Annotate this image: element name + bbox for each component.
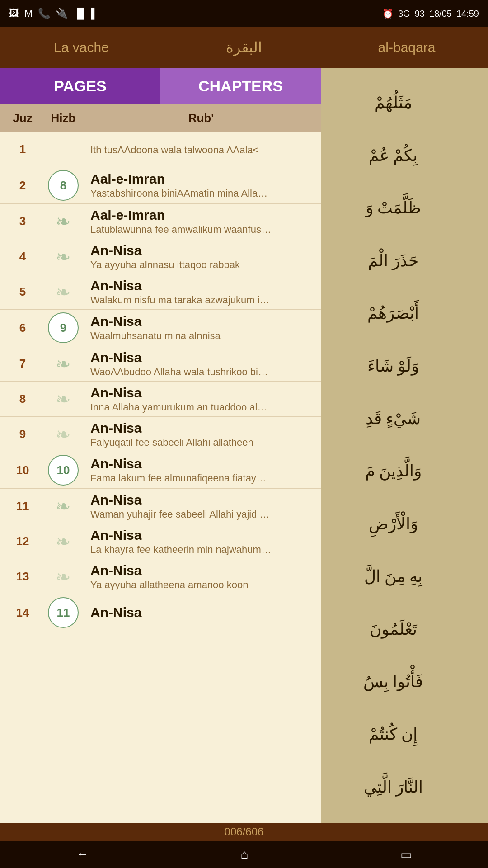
item-juz: 13: [5, 570, 41, 584]
item-juz: 2: [5, 179, 41, 193]
item-juz: 6: [5, 321, 41, 335]
item-icon: 11: [41, 597, 86, 628]
back-button[interactable]: ←: [76, 847, 89, 862]
item-verse: Ya ayyuha allatheena amanoo koon: [90, 579, 271, 591]
arabic-line: وَالَّذِينَ مَ: [365, 458, 422, 485]
item-juz: 12: [5, 534, 41, 548]
gmail-icon: M: [24, 8, 33, 19]
list-item[interactable]: 9 ❧ An-Nisa Falyuqatil fee sabeeli Allah…: [0, 417, 321, 452]
item-verse: Waman yuhajir fee sabeeli Allahi yajid f…: [90, 509, 271, 520]
list-item[interactable]: 8 ❧ An-Nisa Inna Allaha yamurukum an tua…: [0, 382, 321, 417]
list-item[interactable]: 3 ❧ Aal-e-Imran Latublawunna fee amwalik…: [0, 204, 321, 239]
barcode-icon: ▐▌▐: [73, 8, 94, 19]
list-item[interactable]: 7 ❧ An-Nisa WaoAAbudoo Allaha wala tushr…: [0, 346, 321, 382]
arabic-background: مَثَلُهُمْ بِكُمْ عُمْ ظَلَّمَتْ وَ حَذَ…: [298, 68, 488, 823]
item-name: An-Nisa: [90, 314, 316, 329]
item-icon: 10: [41, 455, 86, 486]
chapters-list: 1 Ith tusAAdoona wala talwoona AAala< 2 …: [0, 132, 321, 823]
list-item[interactable]: 2 8 Aal-e-Imran Yastabshiroona biniAAmat…: [0, 167, 321, 204]
usb-icon: 🔌: [56, 8, 68, 19]
item-verse: Inna Allaha yamurukum an tuaddoo alamana: [90, 401, 271, 413]
item-juz: 1: [5, 142, 41, 156]
list-item[interactable]: 6 9 An-Nisa Waalmuhsanatu mina alnnisa: [0, 310, 321, 346]
phone-icon: 📞: [38, 8, 50, 19]
hizb-circle-8: 8: [48, 170, 79, 201]
leaf-icon: ❧: [50, 208, 77, 235]
item-content: An-Nisa Walakum nisfu ma taraka azwajuku…: [86, 278, 316, 306]
list-item[interactable]: 1 Ith tusAAdoona wala talwoona AAala<: [0, 132, 321, 167]
list-item[interactable]: 5 ❧ An-Nisa Walakum nisfu ma taraka azwa…: [0, 274, 321, 310]
item-content: An-Nisa Waalmuhsanatu mina alnnisa: [86, 314, 316, 342]
item-icon: ❧: [41, 528, 86, 555]
col-header-hizb: Hizb: [41, 111, 86, 125]
col-header-rub: Rub': [86, 111, 316, 125]
column-headers: Juz Hizb Rub': [0, 104, 321, 132]
item-content: An-Nisa Waman yuhajir fee sabeeli Allahi…: [86, 492, 316, 520]
item-juz: 10: [5, 463, 41, 477]
arabic-line: فَأْتُوا بِسُ: [363, 669, 423, 695]
item-content: Aal-e-Imran Latublawunna fee amwalikum w…: [86, 208, 316, 236]
leaf-icon: ❧: [50, 493, 77, 520]
item-verse: Fama lakum fee almunafiqeena fiatayni wa…: [90, 472, 271, 484]
item-name: An-Nisa: [90, 350, 316, 365]
arabic-line: بِهِ مِنَ الَّ: [364, 564, 422, 590]
arabic-line: بِكُمْ عُمْ: [369, 143, 418, 169]
arabic-line: وَالْأَرْضِ: [369, 511, 418, 538]
leaf-icon: ❧: [50, 563, 77, 590]
col-header-juz: Juz: [5, 111, 41, 125]
item-name: An-Nisa: [90, 385, 316, 401]
item-juz: 8: [5, 392, 41, 406]
item-verse: Waalmuhsanatu mina alnnisa: [90, 330, 271, 342]
hizb-circle-9: 9: [48, 312, 79, 343]
item-icon: 9: [41, 312, 86, 343]
item-name: An-Nisa: [90, 563, 316, 578]
item-icon: ❧: [41, 208, 86, 235]
list-item[interactable]: 10 10 An-Nisa Fama lakum fee almunafiqee…: [0, 452, 321, 489]
item-name: An-Nisa: [90, 605, 316, 620]
item-icon: ❧: [41, 493, 86, 520]
image-icon: 🖼: [9, 8, 19, 19]
item-name: An-Nisa: [90, 528, 316, 543]
page-indicator: 006/606: [0, 823, 488, 841]
item-name: An-Nisa: [90, 278, 316, 293]
item-content: An-Nisa WaoAAbudoo Allaha wala tushrikoo…: [86, 350, 316, 378]
home-button[interactable]: ⌂: [241, 847, 249, 862]
tab-bar: PAGES CHAPTERS: [0, 68, 321, 104]
item-name: An-Nisa: [90, 420, 316, 436]
leaf-icon: ❧: [50, 528, 77, 555]
item-icon: ❧: [41, 278, 86, 306]
nav-bar: ← ⌂ ▭: [0, 841, 488, 868]
item-name: An-Nisa: [90, 492, 316, 508]
hizb-circle-10: 10: [48, 455, 79, 486]
arabic-line: إِن كُنتُمْ: [369, 722, 418, 748]
title-left: La vache: [0, 40, 163, 55]
item-name: Aal-e-Imran: [90, 208, 316, 223]
tab-pages[interactable]: PAGES: [0, 68, 160, 104]
item-icon: ❧: [41, 350, 86, 377]
list-item[interactable]: 11 ❧ An-Nisa Waman yuhajir fee sabeeli A…: [0, 489, 321, 524]
time-display: 14:59: [456, 9, 479, 19]
item-verse: Latublawunna fee amwalikum waanfusikum w…: [90, 224, 271, 236]
item-verse: La khayra fee katheerin min najwahum ill…: [90, 544, 271, 556]
item-juz: 5: [5, 285, 41, 299]
item-juz: 9: [5, 427, 41, 441]
item-icon: ❧: [41, 563, 86, 590]
item-content: An-Nisa Inna Allaha yamurukum an tuaddoo…: [86, 385, 316, 413]
status-bar-right: ⏰ 3G 93 18/05 14:59: [382, 8, 479, 19]
list-item[interactable]: 12 ❧ An-Nisa La khayra fee katheerin min…: [0, 524, 321, 559]
item-content: An-Nisa Fama lakum fee almunafiqeena fia…: [86, 456, 316, 484]
list-item[interactable]: 4 ❧ An-Nisa Ya ayyuha alnnasu ittaqoo ra…: [0, 239, 321, 274]
hizb-circle-11: 11: [48, 597, 79, 628]
item-juz: 14: [5, 606, 41, 620]
status-bar-left: 🖼 M 📞 🔌 ▐▌▐: [9, 8, 94, 19]
tab-chapters[interactable]: CHAPTERS: [160, 68, 321, 104]
list-item[interactable]: 14 11 An-Nisa: [0, 594, 321, 631]
arabic-line: شَيْءٍ قَدِ: [366, 406, 421, 432]
item-content: An-Nisa: [86, 605, 316, 620]
recents-button[interactable]: ▭: [400, 847, 412, 862]
item-content: An-Nisa Ya ayyuha alnnasu ittaqoo rabbak: [86, 243, 316, 271]
item-icon: 8: [41, 170, 86, 201]
list-item[interactable]: 13 ❧ An-Nisa Ya ayyuha allatheena amanoo…: [0, 559, 321, 594]
item-icon: ❧: [41, 421, 86, 448]
item-name: An-Nisa: [90, 456, 316, 472]
